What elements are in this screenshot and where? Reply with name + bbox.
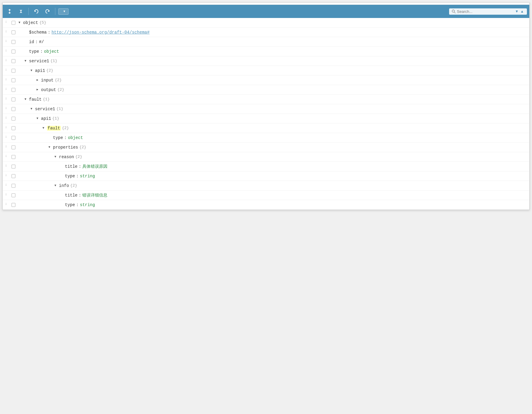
row-icon bbox=[10, 193, 17, 197]
row-colon: : bbox=[48, 30, 50, 35]
row-count: {2} bbox=[57, 87, 64, 92]
drag-handle[interactable]: ⠿ bbox=[3, 60, 10, 62]
drag-handle[interactable]: ⠿ bbox=[3, 50, 10, 53]
toggle-arrow[interactable]: ▼ bbox=[53, 184, 58, 187]
row-icon bbox=[10, 88, 17, 92]
row-colon: : bbox=[76, 203, 79, 207]
svg-rect-22 bbox=[12, 107, 15, 111]
row-value: string bbox=[80, 174, 95, 179]
tree-row: ⠿type : string bbox=[3, 200, 529, 210]
toggle-arrow[interactable]: ▼ bbox=[41, 126, 46, 130]
tree-row: ⠿▼service1 {1} bbox=[3, 104, 529, 114]
row-icon bbox=[10, 184, 17, 188]
row-key: type bbox=[53, 135, 63, 140]
row-content: ▼api1 {2} bbox=[17, 67, 529, 74]
svg-rect-30 bbox=[12, 184, 15, 188]
expand-all-button[interactable] bbox=[5, 7, 14, 15]
row-icon bbox=[10, 117, 17, 121]
row-content: title : 错误详细信息 bbox=[17, 191, 529, 199]
drag-handle[interactable]: ⠿ bbox=[3, 79, 10, 81]
svg-rect-27 bbox=[12, 155, 15, 159]
row-content: id : #/ bbox=[17, 38, 529, 46]
drag-handle[interactable]: ⠿ bbox=[3, 146, 10, 149]
drag-handle[interactable]: ⠿ bbox=[3, 155, 10, 158]
row-colon: : bbox=[64, 135, 67, 140]
row-count: {1} bbox=[52, 116, 59, 121]
search-next-button[interactable]: ▲ bbox=[520, 9, 525, 13]
drag-handle[interactable]: ⠿ bbox=[3, 40, 10, 43]
row-icon bbox=[10, 145, 17, 149]
drag-handle[interactable]: ⠿ bbox=[3, 98, 10, 101]
toggle-arrow[interactable]: ► bbox=[35, 88, 40, 91]
toggle-arrow[interactable]: ▼ bbox=[29, 69, 34, 72]
drag-handle[interactable]: ⠿ bbox=[3, 88, 10, 91]
tree-row: ⠿type : object bbox=[3, 133, 529, 143]
collapse-all-button[interactable] bbox=[16, 7, 25, 15]
row-key: title bbox=[65, 193, 77, 198]
row-icon bbox=[10, 155, 17, 159]
row-icon bbox=[10, 97, 17, 102]
svg-rect-20 bbox=[12, 88, 15, 92]
row-content: ▼info {2} bbox=[17, 182, 529, 189]
row-icon bbox=[10, 69, 17, 73]
drag-handle[interactable]: ⠿ bbox=[3, 117, 10, 120]
toggle-arrow[interactable]: ▼ bbox=[47, 146, 52, 149]
toggle-arrow[interactable]: ▼ bbox=[17, 21, 22, 24]
toggle-arrow[interactable]: ▼ bbox=[35, 117, 40, 120]
row-key: info bbox=[59, 183, 69, 188]
drag-handle[interactable]: ⠿ bbox=[3, 184, 10, 187]
svg-rect-13 bbox=[12, 21, 15, 25]
row-value: #/ bbox=[39, 40, 44, 44]
row-value[interactable]: http://json-schema.org/draft-04/schema# bbox=[51, 30, 150, 35]
drag-handle[interactable]: ⠿ bbox=[3, 165, 10, 168]
row-count: {2} bbox=[62, 126, 69, 130]
view-mode-dropdown[interactable]: ▼ bbox=[58, 8, 69, 15]
tree-row: ⠿▼fault {2} bbox=[3, 123, 529, 133]
drag-handle[interactable]: ⠿ bbox=[3, 194, 10, 197]
toolbar-divider-1 bbox=[28, 8, 29, 15]
drag-handle[interactable]: ⠿ bbox=[3, 127, 10, 129]
drag-handle[interactable]: ⠿ bbox=[3, 69, 10, 72]
row-icon bbox=[10, 164, 17, 169]
row-icon bbox=[10, 78, 17, 82]
row-count: {2} bbox=[70, 183, 77, 188]
row-content: type : string bbox=[17, 201, 529, 208]
svg-rect-25 bbox=[12, 136, 15, 140]
row-icon bbox=[10, 107, 17, 111]
row-key: properties bbox=[53, 145, 78, 150]
redo-button[interactable] bbox=[43, 7, 52, 15]
row-content: $schema : http://json-schema.org/draft-0… bbox=[17, 29, 529, 36]
drag-handle[interactable]: ⠿ bbox=[3, 175, 10, 177]
svg-rect-29 bbox=[12, 174, 15, 178]
drag-handle[interactable]: ⠿ bbox=[3, 31, 10, 34]
row-key: fault bbox=[47, 126, 61, 131]
row-icon bbox=[10, 40, 17, 44]
row-key: id bbox=[29, 40, 34, 44]
row-count: {1} bbox=[56, 107, 63, 111]
drag-handle[interactable]: ⠿ bbox=[3, 136, 10, 139]
drag-handle[interactable]: ⠿ bbox=[3, 21, 10, 24]
toggle-arrow[interactable]: ▼ bbox=[29, 107, 34, 111]
svg-line-8 bbox=[21, 10, 22, 11]
search-prev-button[interactable]: ▼ bbox=[514, 9, 519, 13]
svg-rect-16 bbox=[12, 50, 15, 53]
svg-line-10 bbox=[21, 12, 22, 13]
drag-handle[interactable]: ⠿ bbox=[3, 108, 10, 110]
row-key: reason bbox=[59, 155, 74, 159]
svg-rect-18 bbox=[12, 69, 15, 72]
row-icon bbox=[10, 136, 17, 140]
toggle-arrow[interactable]: ► bbox=[35, 78, 40, 82]
toggle-arrow[interactable]: ▼ bbox=[53, 155, 58, 158]
row-count: {1} bbox=[50, 59, 57, 63]
row-count: {2} bbox=[55, 78, 62, 82]
tree-row: ⠿title : 具体错误原因 bbox=[3, 162, 529, 171]
undo-button[interactable] bbox=[32, 7, 41, 15]
row-content: ▼api1 {1} bbox=[17, 115, 529, 122]
toggle-arrow[interactable]: ▼ bbox=[23, 98, 28, 101]
search-input[interactable] bbox=[457, 9, 513, 14]
drag-handle[interactable]: ⠿ bbox=[3, 203, 10, 206]
tree-row: ⠿type : string bbox=[3, 171, 529, 181]
toggle-arrow[interactable]: ▼ bbox=[23, 59, 28, 63]
svg-rect-23 bbox=[12, 117, 15, 120]
row-icon bbox=[10, 59, 17, 63]
